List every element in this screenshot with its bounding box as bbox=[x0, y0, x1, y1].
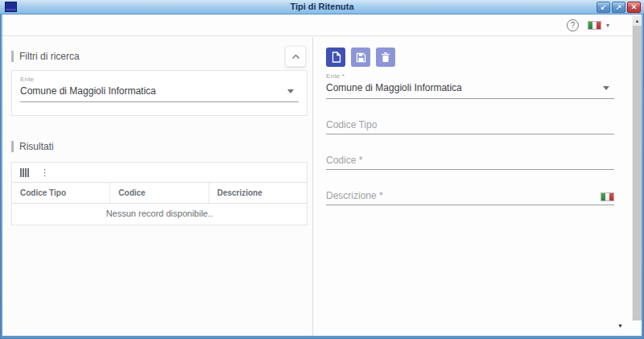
window-titlebar: Tipi di Ritenuta ↙ ↗ ✕ bbox=[0, 0, 644, 14]
grid-toolbar: ⋮ bbox=[12, 163, 307, 182]
language-dropdown-caret-icon[interactable]: ▾ bbox=[606, 22, 609, 29]
codice-tipo-input[interactable] bbox=[326, 118, 614, 132]
codice-input[interactable] bbox=[326, 153, 614, 167]
filters-section-header: Filtri di ricerca bbox=[11, 46, 308, 67]
ente-filter-select[interactable]: Comune di Maggioli Informatica bbox=[20, 83, 299, 102]
codice-field bbox=[326, 153, 614, 170]
help-icon[interactable]: ? bbox=[567, 19, 579, 31]
restore-icon: ↙ bbox=[601, 3, 607, 11]
delete-button[interactable] bbox=[376, 48, 395, 67]
results-section-title: Risultati bbox=[19, 141, 54, 152]
column-header-codice[interactable]: Codice bbox=[110, 183, 208, 203]
ente-detail-value: Comune di Maggioli Informatica bbox=[326, 82, 462, 93]
collapse-filters-button[interactable] bbox=[285, 46, 306, 67]
chevron-up-icon bbox=[291, 54, 300, 60]
vertical-scrollbar[interactable]: ▲ bbox=[632, 16, 642, 320]
app-window: Tipi di Ritenuta ↙ ↗ ✕ ? ▾ Filtri di ric… bbox=[0, 0, 644, 339]
codice-tipo-field bbox=[326, 118, 614, 134]
window-body: ? ▾ Filtri di ricerca Ente bbox=[2, 14, 642, 336]
window-title: Tipi di Ritenuta bbox=[0, 0, 644, 14]
ente-detail-select[interactable]: Comune di Maggioli Informatica bbox=[326, 80, 614, 99]
column-header-codice-tipo[interactable]: Codice Tipo bbox=[12, 183, 110, 203]
main-content: Filtri di ricerca Ente Comune di Maggiol… bbox=[2, 37, 632, 336]
new-record-button[interactable] bbox=[326, 48, 345, 67]
window-restore-button[interactable]: ↙ bbox=[597, 2, 610, 13]
descrizione-input[interactable] bbox=[326, 188, 601, 203]
close-icon: ✕ bbox=[631, 3, 638, 11]
window-maximize-button[interactable]: ↗ bbox=[612, 2, 625, 13]
ente-detail-field: Ente * Comune di Maggioli Informatica bbox=[326, 72, 614, 99]
column-header-descrizione[interactable]: Descrizione bbox=[209, 183, 307, 203]
ente-detail-label: Ente * bbox=[326, 72, 614, 80]
italian-flag-icon[interactable] bbox=[588, 21, 601, 30]
save-button[interactable] bbox=[351, 48, 370, 67]
select-arrow-icon bbox=[287, 89, 294, 93]
detail-toolbar bbox=[326, 48, 614, 67]
section-accent-bar bbox=[11, 51, 14, 62]
italian-flag-icon bbox=[601, 192, 614, 201]
top-toolbar: ? ▾ bbox=[2, 14, 632, 36]
select-arrow-icon bbox=[603, 86, 609, 90]
ente-filter-label: Ente bbox=[20, 76, 299, 83]
trash-icon bbox=[381, 52, 390, 63]
grid-header-row: Codice Tipo Codice Descrizione bbox=[12, 182, 307, 204]
detail-panel: Ente * Comune di Maggioli Informatica bbox=[313, 37, 632, 336]
maximize-icon: ↗ bbox=[616, 3, 622, 11]
window-controls: ↙ ↗ ✕ bbox=[597, 2, 641, 13]
new-document-icon bbox=[331, 52, 341, 63]
section-accent-bar bbox=[11, 141, 14, 152]
scroll-up-button[interactable]: ▲ bbox=[633, 16, 642, 26]
window-close-button[interactable]: ✕ bbox=[627, 2, 641, 13]
grid-menu-icon[interactable]: ⋮ bbox=[40, 168, 49, 177]
search-panel: Filtri di ricerca Ente Comune di Maggiol… bbox=[2, 37, 313, 336]
scroll-down-caret-icon[interactable]: ▼ bbox=[617, 323, 623, 329]
columns-icon[interactable] bbox=[20, 168, 29, 177]
filters-section-title: Filtri di ricerca bbox=[19, 51, 80, 62]
filters-card: Ente Comune di Maggioli Informatica bbox=[11, 70, 308, 116]
save-floppy-icon bbox=[356, 52, 366, 63]
results-grid-card: ⋮ Codice Tipo Codice Descrizione Nessun … bbox=[11, 162, 308, 225]
results-section-header: Risultati bbox=[11, 136, 308, 157]
grid-empty-message: Nessun record disponibile.. bbox=[12, 204, 307, 225]
descrizione-field bbox=[326, 188, 614, 205]
ente-filter-value: Comune di Maggioli Informatica bbox=[20, 85, 156, 97]
